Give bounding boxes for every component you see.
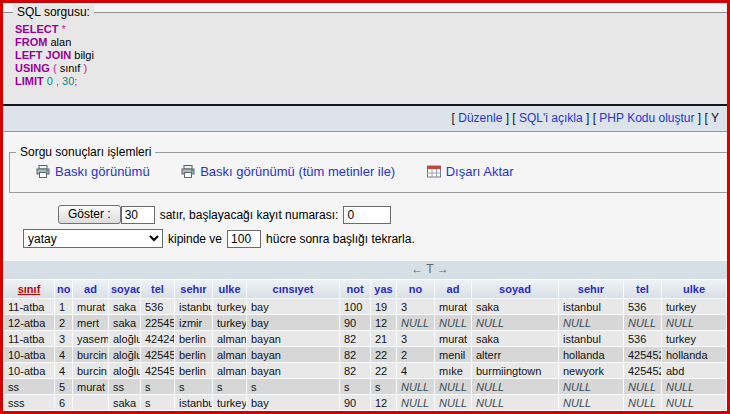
table-cell: 12 xyxy=(371,315,396,330)
sql-query-fieldset: SQL sorgusu: SELECT *FROM alanLEFT JOIN … xyxy=(3,12,727,104)
sql-action-partial: [ Y xyxy=(705,111,719,125)
column-sort-link[interactable]: ulke xyxy=(218,283,240,295)
column-sort-link[interactable]: tel xyxy=(636,283,649,295)
column-header: yas xyxy=(371,280,396,298)
table-cell: saka xyxy=(109,395,140,410)
start-record-input[interactable] xyxy=(343,206,391,224)
table-cell: istanbul xyxy=(175,395,212,410)
table-cell: bay xyxy=(247,299,339,314)
table-cell: aloğlu xyxy=(109,347,140,362)
table-cell: turkey xyxy=(662,331,726,346)
column-sort-link[interactable]: tel xyxy=(151,283,164,295)
column-sort-link[interactable]: sınıf xyxy=(18,283,41,295)
table-cell: aloğlu xyxy=(109,363,140,378)
column-sort-link[interactable]: ulke xyxy=(683,283,705,295)
print-view-fulltext-link[interactable]: Baskı görünümü (tüm metinler ile) xyxy=(181,164,395,179)
sql-line: LEFT JOIN bilgi xyxy=(15,49,717,62)
column-sort-link[interactable]: sehır xyxy=(578,283,604,295)
table-cell: 82 xyxy=(340,347,370,362)
table-cell: almanya xyxy=(213,347,246,362)
table-cell: bay xyxy=(247,395,339,410)
table-cell: 3 xyxy=(397,331,434,346)
column-header: tel xyxy=(141,280,174,298)
column-header: sehır xyxy=(559,280,623,298)
table-cell: turkey xyxy=(213,315,246,330)
table-cell: 100 xyxy=(340,299,370,314)
table-cell: s xyxy=(213,379,246,394)
repeat-headers-input[interactable] xyxy=(227,230,261,248)
table-cell: 4 xyxy=(55,363,72,378)
table-cell: bay xyxy=(247,315,339,330)
nav-marker[interactable]: ← T → xyxy=(411,262,449,276)
table-cell: turkey xyxy=(213,395,246,410)
column-sort-link[interactable]: ad xyxy=(447,283,460,295)
table-cell: 225454 xyxy=(141,315,174,330)
mode-label: kipinde ve xyxy=(168,232,222,246)
table-cell: NULL xyxy=(559,315,623,330)
table-body: 11-atba1muratsaka536istanbulturkeybay100… xyxy=(4,299,726,410)
column-sort-link[interactable]: yas xyxy=(374,283,392,295)
repeat-headers-label: hücre sonra başlığı tekrarla. xyxy=(266,232,415,246)
table-cell: bayan xyxy=(247,347,339,362)
table-cell: 11-atba xyxy=(4,331,54,346)
table-cell: mert xyxy=(73,315,108,330)
display-mode-select[interactable]: yatay xyxy=(23,229,163,248)
column-sort-link[interactable]: no xyxy=(409,283,422,295)
table-cell: s xyxy=(371,379,396,394)
table-cell: burcin xyxy=(73,363,108,378)
table-cell: 10-atba xyxy=(4,347,54,362)
table-cell: NULL xyxy=(435,315,471,330)
table-cell: bayan xyxy=(247,363,339,378)
export-link[interactable]: Dışarı Aktar xyxy=(427,164,514,179)
table-cell: 4 xyxy=(397,363,434,378)
table-cell: yasemin xyxy=(73,331,108,346)
table-cell: saka xyxy=(472,331,558,346)
sql-action-link[interactable]: Düzenle xyxy=(458,111,502,125)
table-row: ss5muratssssssssNULLNULLNULLNULLNULLNULL xyxy=(4,379,726,394)
table-cell: 2 xyxy=(397,347,434,362)
table-cell: 4242452 xyxy=(141,331,174,346)
table-cell: 425452 xyxy=(624,363,661,378)
results-section: Sorgu sonuçları işlemleri Baskı görünümü… xyxy=(3,132,727,411)
table-cell: 536 xyxy=(624,331,661,346)
rows-count-input[interactable] xyxy=(121,206,155,224)
table-cell: 12 xyxy=(371,395,396,410)
table-cell: saka xyxy=(109,299,140,314)
table-cell: NULL xyxy=(624,315,661,330)
table-row: 12-atba2mertsaka225454izmirturkeybay9012… xyxy=(4,315,726,330)
column-sort-link[interactable]: soyad xyxy=(499,283,531,295)
table-cell: NULL xyxy=(397,395,434,410)
table-cell: berlin xyxy=(175,331,212,346)
table-cell: s xyxy=(175,379,212,394)
print-view-link[interactable]: Baskı görünümü xyxy=(36,164,150,179)
sql-action-link[interactable]: PHP Kodu oluştur xyxy=(599,111,694,125)
column-sort-link[interactable]: ad xyxy=(84,283,97,295)
table-cell: turkey xyxy=(213,299,246,314)
column-sort-link[interactable]: cınsıyet xyxy=(273,283,314,295)
table-cell: abd xyxy=(662,363,726,378)
phpmyadmin-results-page: SQL sorgusu: SELECT *FROM alanLEFT JOIN … xyxy=(0,0,730,414)
table-nav-bar: ← T → xyxy=(3,261,727,279)
column-sort-link[interactable]: sehır xyxy=(180,283,206,295)
sql-code: SELECT *FROM alanLEFT JOIN bilgiUSING ( … xyxy=(15,23,717,88)
table-cell: NULL xyxy=(472,395,558,410)
column-header: ulke xyxy=(662,280,726,298)
column-sort-link[interactable]: soyad xyxy=(111,283,140,295)
table-cell: 4 xyxy=(55,347,72,362)
results-table: sınıfnoadsoyadtelsehırulkecınsıyetnotyas… xyxy=(3,279,727,411)
table-cell: NULL xyxy=(559,379,623,394)
table-cell: turkey xyxy=(662,299,726,314)
column-sort-link[interactable]: no xyxy=(57,283,70,295)
table-cell: berlin xyxy=(175,363,212,378)
column-sort-link[interactable]: not xyxy=(346,283,363,295)
rows-count-label: satır, başlayacağı kayıt numarası: xyxy=(160,208,339,222)
table-row: 11-atba1muratsaka536istanbulturkeybay100… xyxy=(4,299,726,314)
sql-action-link[interactable]: SQL'i açıkla xyxy=(519,111,583,125)
table-cell: saka xyxy=(109,315,140,330)
show-button[interactable]: Göster : xyxy=(58,205,121,224)
column-header: tel xyxy=(624,280,661,298)
column-header: ulke xyxy=(213,280,246,298)
table-header-row: sınıfnoadsoyadtelsehırulkecınsıyetnotyas… xyxy=(4,280,726,298)
column-header: ad xyxy=(435,280,471,298)
table-row: 11-atba3yaseminaloğlu4242452berlinalmany… xyxy=(4,331,726,346)
